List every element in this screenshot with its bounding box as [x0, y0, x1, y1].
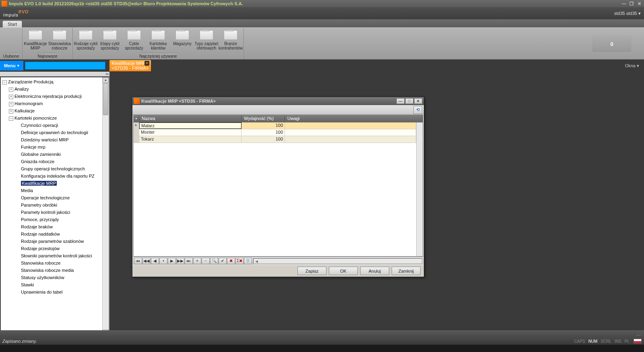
cell-wydajnosc[interactable]: 100	[242, 122, 285, 129]
ribbon-item-0[interactable]: Rodzaje cyklisprzedaży	[74, 28, 98, 53]
pin-icon[interactable]: ⇹	[105, 72, 109, 76]
tree-leaf[interactable]: Rodzaje parametrów szablonów	[2, 238, 109, 245]
user-menu[interactable]: std35 std35 ▾	[614, 11, 641, 16]
tree-leaf[interactable]: Słowniki parametrów kontroli jakości	[2, 252, 109, 259]
grid-col-uwagi[interactable]: Uwagi	[285, 115, 423, 122]
scroll-up-button[interactable]: ▲	[103, 77, 109, 83]
tree-branch[interactable]: −Kartoteki pomocnicze	[2, 114, 109, 122]
cell-wydajnosc[interactable]: 100	[242, 136, 285, 143]
inner-close-button[interactable]: ✕	[414, 98, 422, 104]
tree-leaf[interactable]: Operacje technologiczne	[2, 194, 109, 201]
grid-scrollbar-vertical[interactable]	[416, 122, 423, 256]
footer-ellipsis[interactable]: …	[636, 331, 642, 336]
row-selector[interactable]: ▸	[134, 122, 139, 129]
table-row[interactable]: Monter100	[134, 129, 416, 136]
tree-leaf[interactable]: Globalne zamienniki	[2, 151, 109, 158]
tree-leaf[interactable]: Konfiguracja indeksów dla raportu PZ	[2, 172, 109, 180]
cell-nazwa[interactable]: Malarz	[139, 122, 242, 129]
inner-minimize-button[interactable]: —	[396, 98, 405, 104]
tree-leaf[interactable]: Kwalifikacje MRP	[2, 180, 109, 187]
nav-cancel-button[interactable]: ✖	[227, 258, 235, 264]
nav-sum-button[interactable]: Σ✖	[235, 258, 244, 264]
anuluj-button[interactable]: Anuluj	[360, 267, 389, 275]
ribbon-item-4[interactable]: Magazyny	[170, 28, 194, 53]
ribbon-item-2[interactable]: Cyklesprzedaży	[122, 28, 146, 53]
nav-next-button[interactable]: ▶	[168, 258, 176, 264]
tree-leaf[interactable]: Stanowiska robocze media	[2, 267, 109, 274]
cell-uwagi[interactable]	[285, 122, 416, 129]
tree-leaf[interactable]: Stawki	[2, 281, 109, 288]
nav-last-button[interactable]: ⏭	[185, 258, 193, 264]
menu-search-input[interactable]	[25, 62, 105, 70]
nav-delete-button[interactable]: −	[202, 258, 210, 264]
tree-leaf[interactable]: Czynności operacji	[2, 122, 109, 129]
tree-leaf[interactable]: Uprawnienia do tabel	[2, 288, 109, 296]
cell-nazwa[interactable]: Monter	[139, 129, 242, 136]
grid-row-selector-header[interactable]: •	[134, 115, 139, 122]
ribbon-item-3[interactable]: Kartotekaklientów	[146, 28, 170, 53]
cell-uwagi[interactable]	[285, 129, 416, 136]
tree-leaf[interactable]: Pomoce, przyrządy	[2, 216, 109, 223]
row-selector[interactable]	[134, 129, 139, 136]
table-row[interactable]: Tokarz100	[134, 136, 416, 143]
close-button[interactable]: ✕	[636, 1, 642, 6]
windows-menu[interactable]: Okna ▾	[620, 63, 644, 68]
tree-leaf[interactable]: Dziedziny wartości MRP	[2, 136, 109, 143]
tree-branch[interactable]: +Analizy	[2, 85, 109, 93]
tree-branch[interactable]: +Harmonogram	[2, 100, 109, 107]
menu-button[interactable]: Menu▾	[0, 61, 23, 70]
grid-col-wydajnosc[interactable]: Wydajność (%)	[242, 115, 285, 122]
tree-leaf[interactable]: Parametry obróbki	[2, 201, 109, 209]
nav-prev-button[interactable]: ◀	[151, 258, 159, 264]
tree-scrollbar-vertical[interactable]: ▲ ▼	[102, 77, 109, 335]
nav-filter-button[interactable]: ▽	[244, 258, 252, 264]
tree-leaf[interactable]: Gniazda robocze	[2, 158, 109, 165]
cell-nazwa[interactable]: Tokarz	[139, 136, 242, 143]
ribbon-right-box[interactable]: 0	[592, 35, 632, 53]
tree-leaf[interactable]: Grupy operacji technologicznych	[2, 165, 109, 172]
zapisz-button[interactable]: Zapisz	[297, 267, 326, 275]
nav-ok-button[interactable]: ✔	[219, 258, 227, 264]
ok-button[interactable]: OK	[329, 267, 358, 275]
minimize-button[interactable]: —	[621, 1, 627, 6]
ribbon-item-1[interactable]: Etapy cyklisprzedaży	[98, 28, 122, 53]
tab-start[interactable]: Start	[2, 21, 22, 27]
tree-leaf[interactable]: Rodzaje braków	[2, 223, 109, 230]
toolbar-refresh-button[interactable]: ⟲	[413, 106, 422, 114]
nav-nextpage-button[interactable]: ▶▶	[176, 258, 184, 264]
tree-branch[interactable]: +Elektroniczna rejestracja produkcji	[2, 93, 109, 100]
ribbon-item-stanowiska-robocze[interactable]: Stanowiskarobocze	[47, 28, 72, 53]
grid-col-nazwa[interactable]: Nazwa	[139, 115, 242, 122]
tree-leaf[interactable]: Rodzaje naddatków	[2, 230, 109, 238]
tree-leaf[interactable]: Statusy użytkowników	[2, 274, 109, 281]
nav-first-button[interactable]: ⏮	[134, 258, 142, 264]
table-row[interactable]: ▸Malarz100	[134, 122, 416, 129]
tree-leaf[interactable]: Funkcje mrp	[2, 143, 109, 151]
tree-leaf[interactable]: Media	[2, 187, 109, 194]
nav-zoom-button[interactable]: 🔍	[210, 258, 218, 264]
inner-maximize-button[interactable]: □	[405, 98, 413, 104]
ribbon-item-5[interactable]: Typy zapytańofertowych	[194, 28, 219, 53]
nav-scrollbar-horizontal[interactable]: ◀	[253, 258, 422, 264]
tree-leaf[interactable]: Definicje uprawnień do technologii	[2, 129, 109, 136]
tree-leaf[interactable]: Rodzaje przestojów	[2, 245, 109, 252]
zamknij-button[interactable]: Zamknij	[392, 267, 421, 275]
inner-window-titlebar[interactable]: Kwalifikacje MRP <STD35 - FIRMA> — □ ✕	[132, 97, 424, 105]
document-tab-kwalifikacje[interactable]: Kwalifikacje MRP <STD35 - FIRMA> ✕	[109, 60, 151, 71]
tree-leaf[interactable]: Paramety kontroli jakości	[2, 209, 109, 216]
tree-leaf[interactable]: Stanowiska robocze	[2, 259, 109, 267]
ribbon-item-6[interactable]: Branżekontrahentów	[219, 28, 243, 53]
tree-branch[interactable]: +Kalkulacje	[2, 107, 109, 114]
cell-uwagi[interactable]	[285, 136, 416, 143]
row-selector[interactable]	[134, 136, 139, 143]
nav-add-button[interactable]: +	[193, 258, 201, 264]
folder-icon	[29, 30, 42, 40]
close-tab-button[interactable]: ✕	[144, 61, 149, 66]
nav-prevpage-button[interactable]: ◀◀	[142, 258, 151, 264]
tree-root[interactable]: −Zarządzanie Produkcją	[2, 78, 109, 85]
scroll-thumb[interactable]	[103, 83, 108, 115]
tree-body: −Zarządzanie Produkcją+Analizy+Elektroni…	[0, 77, 109, 336]
ribbon-item-kwalifikacje-mrp[interactable]: KwalifikacjeMRP	[23, 28, 47, 53]
cell-wydajnosc[interactable]: 100	[242, 129, 285, 136]
maximize-button[interactable]: ❐	[628, 1, 635, 6]
